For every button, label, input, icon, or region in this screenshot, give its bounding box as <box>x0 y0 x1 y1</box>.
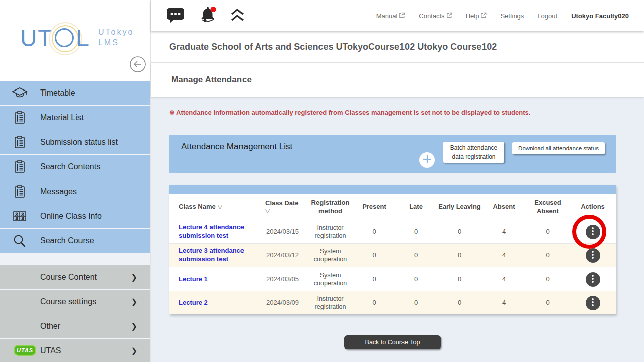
column-header-class-date: Class Date <box>265 199 298 207</box>
column-header-early-leaving: Early Leaving <box>438 194 481 220</box>
collapse-header-button[interactable] <box>230 8 245 23</box>
topbar: Manual Contacts Help Settings Logout Uto… <box>151 0 644 31</box>
topbar-icons <box>166 6 245 26</box>
column-header-registration-method: Registration method <box>306 194 355 220</box>
excused-absent-count: 0 <box>526 244 570 267</box>
registration-method: Instructor registration <box>306 220 355 243</box>
sidebar-item-material-list[interactable]: Material List <box>0 106 150 130</box>
excused-absent-count: 0 <box>526 291 570 314</box>
logo-subtitle: UTokyo LMS <box>98 27 134 48</box>
contacts-link[interactable]: Contacts <box>419 12 452 20</box>
help-link[interactable]: Help <box>466 12 487 20</box>
sort-icon[interactable]: ▽ <box>265 207 270 215</box>
class-link[interactable]: Lecture 4 attendance submission test <box>179 223 259 240</box>
table-row: Lecture 3 attendance submission test 202… <box>169 243 616 267</box>
sidebar-menu: Timetable Material List Submission statu… <box>0 81 150 253</box>
sidebar-item-submission-status-list[interactable]: Submission status list <box>0 130 150 154</box>
column-header-excused-absent: Excused Absent <box>526 194 570 220</box>
early-leaving-count: 0 <box>438 220 481 243</box>
external-link-icon <box>480 12 487 20</box>
online-class-icon <box>10 209 29 224</box>
class-link[interactable]: Lecture 2 <box>179 299 208 307</box>
class-link[interactable]: Lecture 1 <box>179 275 208 284</box>
late-count: 0 <box>394 220 438 243</box>
sidebar-item-course-settings[interactable]: Course settings ❯ <box>0 290 150 314</box>
sidebar-item-label: Submission status list <box>40 138 118 147</box>
manual-link[interactable]: Manual <box>376 12 406 20</box>
sidebar-item-messages[interactable]: Messages <box>0 179 150 204</box>
class-date: 2024/03/05 <box>259 267 306 291</box>
table-header-row: Class Name▽ Class Date▽ Registration met… <box>169 194 616 220</box>
bell-icon <box>198 6 217 26</box>
download-all-attendance-button[interactable]: Download all attendance status <box>512 142 605 154</box>
panel-title: Attendance Management List <box>181 142 292 152</box>
sidebar-item-label: Messages <box>40 187 77 196</box>
sidebar-item-label: Online Class Info <box>40 212 102 221</box>
logout-link[interactable]: Logout <box>537 12 557 20</box>
topbar-links: Manual Contacts Help Settings Logout Uto… <box>376 12 644 20</box>
logo-o-rings <box>55 28 74 47</box>
user-name: Utokyo Faculty020 <box>571 12 629 20</box>
sidebar-groups: Course Content ❯ Course settings ❯ Other… <box>0 265 150 362</box>
registration-method: System cooperation <box>306 244 355 267</box>
row-actions-button[interactable] <box>586 296 600 310</box>
settings-link[interactable]: Settings <box>500 12 524 20</box>
sidebar-item-other[interactable]: Other ❯ <box>0 314 150 338</box>
clipboard-icon <box>10 110 29 125</box>
sort-icon[interactable]: ▽ <box>218 203 222 211</box>
late-count: 0 <box>394 244 438 267</box>
present-count: 0 <box>355 267 394 291</box>
chat-button[interactable] <box>166 7 185 25</box>
sidebar: UT L UTokyo LMS Timetable Ma <box>0 0 151 362</box>
sidebar-item-search-course[interactable]: Search Course <box>0 229 150 253</box>
sidebar-collapse-button[interactable] <box>129 55 147 73</box>
absent-count: 4 <box>481 267 526 291</box>
kebab-menu-icon <box>591 227 595 237</box>
registration-method: Instructor registration <box>306 291 355 314</box>
attendance-panel-header: Attendance Management List Batch attenda… <box>169 135 616 173</box>
class-link[interactable]: Lecture 3 attendance submission test <box>179 247 259 264</box>
sidebar-item-label: Material List <box>40 113 84 122</box>
attendance-notice: ※ Attendance information automatically r… <box>169 109 530 116</box>
course-title: Graduate School of Arts and Sciences UTo… <box>169 42 497 52</box>
row-actions-button[interactable] <box>586 248 600 263</box>
row-actions-button[interactable] <box>586 225 600 239</box>
present-count: 0 <box>355 244 394 267</box>
sidebar-item-label: Search Course <box>40 236 94 245</box>
table-accent-bar <box>169 185 616 194</box>
course-header-band: Graduate School of Arts and Sciences UTo… <box>151 31 644 63</box>
sidebar-item-search-contents[interactable]: Search Contents <box>0 155 150 179</box>
sidebar-divider <box>0 253 150 265</box>
chevron-right-icon: ❯ <box>131 297 137 306</box>
early-leaving-count: 0 <box>438 291 481 314</box>
table-row: Lecture 4 attendance submission test 202… <box>169 220 616 243</box>
excused-absent-count: 0 <box>526 220 570 243</box>
notifications-button[interactable] <box>198 6 217 26</box>
row-actions-button[interactable] <box>586 272 600 287</box>
early-leaving-count: 0 <box>438 267 481 291</box>
utol-logo: UT L UTokyo LMS <box>20 24 134 51</box>
present-count: 0 <box>355 291 394 314</box>
external-link-icon <box>446 12 452 20</box>
batch-attendance-registration-button[interactable]: Batch attendance data registration <box>443 142 504 163</box>
sidebar-item-timetable[interactable]: Timetable <box>0 81 150 105</box>
chevron-right-icon: ❯ <box>131 322 137 331</box>
sidebar-item-online-class-info[interactable]: Online Class Info <box>0 204 150 228</box>
clipboard-icon <box>10 184 29 199</box>
early-leaving-count: 0 <box>438 244 481 267</box>
add-attendance-button[interactable] <box>419 152 435 168</box>
sidebar-item-course-content[interactable]: Course Content ❯ <box>0 265 150 289</box>
column-header-class-name: Class Name <box>179 203 216 211</box>
kebab-menu-icon <box>591 250 595 261</box>
kebab-menu-icon <box>591 274 595 285</box>
sidebar-item-utas[interactable]: UTAS UTAS ❯ <box>0 339 150 362</box>
clipboard-icon <box>10 159 29 174</box>
column-header-late: Late <box>394 194 438 220</box>
chevron-right-icon: ❯ <box>131 346 137 355</box>
sidebar-item-label: Search Contents <box>40 162 100 171</box>
back-to-course-top-button[interactable]: Back to Course Top <box>344 335 441 349</box>
page-title: Manage Attendance <box>171 75 252 85</box>
page-title-band: Manage Attendance <box>151 63 644 97</box>
absent-count: 4 <box>481 244 526 267</box>
absent-count: 4 <box>481 291 526 314</box>
